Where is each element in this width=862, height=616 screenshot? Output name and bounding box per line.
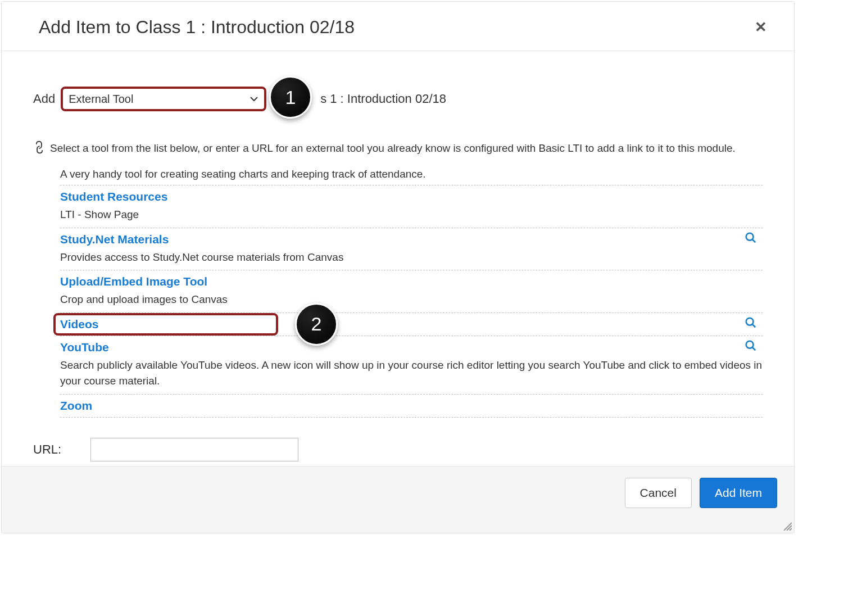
tool-link-upload-embed[interactable]: Upload/Embed Image Tool: [60, 275, 763, 288]
tool-row-studynet[interactable]: Study.Net Materials Provides access to S…: [60, 228, 763, 270]
tool-row-upload-embed[interactable]: Upload/Embed Image Tool Crop and upload …: [60, 270, 763, 312]
tool-link-zoom[interactable]: Zoom: [60, 399, 763, 413]
chevron-down-icon: [249, 94, 258, 103]
svg-line-8: [790, 528, 792, 531]
modal-footer: Cancel Add Item: [2, 466, 794, 533]
resize-grip-icon[interactable]: [782, 520, 792, 531]
tool-desc: Crop and upload images to Canvas: [60, 292, 763, 308]
search-icon[interactable]: [745, 232, 757, 244]
tool-row-videos[interactable]: Videos 2: [60, 312, 763, 336]
modal-title: Add Item to Class 1 : Introduction 02/18: [39, 17, 355, 38]
svg-point-4: [746, 341, 754, 348]
svg-line-3: [752, 324, 756, 328]
close-icon[interactable]: ✕: [749, 16, 773, 38]
modal-dialog: Add Item to Class 1 : Introduction 02/18…: [1, 1, 795, 533]
url-label: URL:: [33, 442, 61, 457]
add-label: Add: [33, 92, 55, 106]
videos-highlight-box: Videos: [53, 313, 278, 336]
external-tools-list: A very handy tool for creating seating c…: [60, 167, 763, 418]
tool-desc-prior: A very handy tool for creating seating c…: [60, 167, 763, 185]
module-suffix-text: s 1 : Introduction 02/18: [320, 92, 446, 106]
url-input[interactable]: [90, 438, 298, 461]
svg-line-1: [752, 239, 756, 243]
instruction-row: Select a tool from the list below, or en…: [33, 140, 763, 157]
url-row: URL:: [33, 418, 763, 461]
tool-link-videos[interactable]: Videos: [60, 318, 98, 331]
instruction-text: Select a tool from the list below, or en…: [50, 140, 736, 157]
tool-desc: LTI - Show Page: [60, 207, 763, 223]
svg-point-2: [746, 318, 754, 325]
modal-header: Add Item to Class 1 : Introduction 02/18…: [2, 2, 794, 51]
tool-row-zoom[interactable]: Zoom: [60, 394, 763, 418]
cancel-button[interactable]: Cancel: [625, 478, 692, 508]
link-icon: [30, 138, 48, 156]
tool-desc: Search publicly available YouTube videos…: [60, 357, 763, 389]
add-item-type-row: Add External Tool 1 s 1 : Introduction 0…: [33, 80, 763, 117]
search-icon[interactable]: [745, 316, 757, 329]
search-icon[interactable]: [745, 339, 757, 352]
tool-row-student-resources[interactable]: Student Resources LTI - Show Page: [60, 185, 763, 228]
modal-body: Add External Tool 1 s 1 : Introduction 0…: [2, 51, 794, 461]
tool-link-student-resources[interactable]: Student Resources: [60, 190, 763, 203]
add-item-button[interactable]: Add Item: [700, 478, 777, 508]
item-type-select-value: External Tool: [69, 93, 133, 106]
tool-row-youtube[interactable]: YouTube Search publicly available YouTub…: [60, 336, 763, 394]
callout-badge-1: 1: [269, 76, 312, 119]
tool-desc: Provides access to Study.Net course mate…: [60, 250, 763, 266]
tool-link-youtube[interactable]: YouTube: [60, 341, 763, 354]
item-type-select[interactable]: External Tool: [61, 87, 266, 111]
svg-line-5: [752, 347, 756, 351]
tool-link-studynet[interactable]: Study.Net Materials: [60, 233, 763, 246]
svg-point-0: [746, 233, 754, 241]
callout-badge-2: 2: [295, 303, 338, 346]
